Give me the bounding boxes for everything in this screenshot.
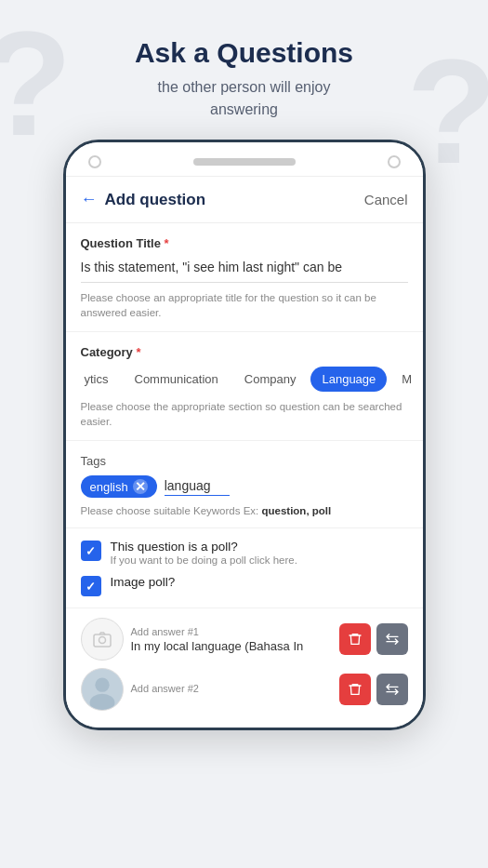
category-chip-more[interactable]: M	[390, 367, 422, 392]
question-title-section: Question Title * Is this statement, "i s…	[66, 223, 423, 332]
tag-english-label: english	[90, 480, 128, 494]
category-chips-row: ytics Communication Company Language M	[66, 367, 423, 392]
checkbox-poll-label: This question is a poll?	[111, 540, 408, 554]
category-hint: Please choose the appropriate section so…	[66, 392, 423, 440]
header-left: ← Add question	[81, 190, 206, 209]
tag-chip-english: english ✕	[81, 475, 157, 498]
answer-row-1: Add answer #1 In my local language (Baha…	[81, 618, 408, 661]
phone-top-bar	[66, 142, 423, 176]
answer-2-text: Add answer #2	[131, 683, 332, 696]
category-chip-communication[interactable]: Communication	[124, 367, 230, 392]
page-title: Add question	[105, 191, 206, 209]
tags-row: english ✕ languag	[81, 475, 408, 498]
phone-mockup: ← Add question Cancel Question Title * I…	[0, 140, 488, 758]
answer-row-2: Add answer #2	[81, 668, 408, 711]
answer-2-avatar-image	[82, 668, 123, 711]
checkbox-poll-text: This question is a poll? If you want to …	[111, 540, 408, 566]
delete-icon	[348, 632, 363, 647]
answer-1-meta: Add answer #1	[131, 626, 332, 637]
answer-1-actions	[339, 623, 408, 655]
question-title-label: Question Title *	[81, 236, 408, 250]
answer-2-move-button[interactable]	[376, 674, 408, 705]
checkbox-poll-sublabel: If you want to be doing a poll click her…	[111, 554, 408, 566]
phone-circle-right	[388, 155, 401, 168]
answer-2-meta: Add answer #2	[131, 683, 332, 694]
checkbox-image-label: Image poll?	[111, 575, 408, 589]
hero-subtitle: the other person will enjoy answering	[28, 76, 460, 121]
answer-1-move-button[interactable]	[376, 623, 408, 655]
checkbox-section: ✓ This question is a poll? If you want t…	[66, 528, 423, 608]
answer-1-delete-button[interactable]	[339, 623, 371, 655]
tags-section: Tags english ✕ languag Please choose sui…	[66, 441, 423, 528]
answer-1-avatar	[81, 618, 124, 661]
app-header: ← Add question Cancel	[66, 177, 423, 223]
camera-icon	[91, 628, 113, 650]
answer-2-delete-button[interactable]	[339, 674, 371, 705]
checkbox-poll-check: ✓	[86, 544, 96, 558]
svg-point-1	[99, 637, 105, 644]
checkbox-image-text: Image poll?	[111, 575, 408, 589]
phone-circle-left	[88, 155, 101, 168]
phone-notch	[193, 158, 296, 166]
answers-section: Add answer #1 In my local language (Baha…	[66, 608, 423, 728]
app-content: ← Add question Cancel Question Title * I…	[66, 176, 423, 728]
category-chip-language[interactable]: Language	[310, 367, 387, 392]
hero-section: Ask a Questions the other person will en…	[0, 0, 488, 140]
checkbox-image-poll-box[interactable]: ✓	[81, 576, 101, 596]
required-indicator: *	[165, 236, 169, 250]
checkbox-image-poll: ✓ Image poll?	[81, 575, 408, 596]
swap-icon	[385, 632, 400, 647]
swap-icon-2	[385, 682, 400, 697]
category-chip-company[interactable]: Company	[233, 367, 308, 392]
tags-hint: Please choose suitable Keywords Ex: ques…	[81, 505, 408, 516]
answer-1-text: Add answer #1 In my local language (Baha…	[131, 626, 332, 653]
question-title-hint: Please choose an appropriate title for t…	[81, 290, 408, 331]
delete-icon-2	[348, 682, 363, 697]
checkbox-poll: ✓ This question is a poll? If you want t…	[81, 540, 408, 566]
phone-body: ← Add question Cancel Question Title * I…	[63, 140, 426, 730]
question-title-input[interactable]: Is this statement, "i see him last night…	[81, 256, 408, 283]
answer-1-value[interactable]: In my local language (Bahasa In	[131, 639, 332, 653]
category-required: *	[136, 345, 140, 359]
category-chip-analytics[interactable]: ytics	[73, 367, 120, 392]
hero-title: Ask a Questions	[28, 37, 460, 69]
tag-input[interactable]: languag	[165, 478, 230, 496]
checkbox-poll-box[interactable]: ✓	[81, 541, 101, 561]
svg-point-3	[95, 678, 109, 692]
category-section: Category * ytics Communication Company L…	[66, 332, 423, 441]
checkbox-image-check: ✓	[86, 580, 96, 594]
category-label: Category *	[66, 345, 423, 359]
answer-2-avatar	[81, 668, 124, 711]
answer-2-actions	[339, 674, 408, 705]
cancel-button[interactable]: Cancel	[364, 192, 408, 207]
tag-english-remove[interactable]: ✕	[133, 479, 148, 494]
back-button[interactable]: ←	[81, 190, 98, 209]
tags-hint-keywords: question, poll	[261, 505, 331, 516]
tags-label: Tags	[81, 454, 408, 468]
